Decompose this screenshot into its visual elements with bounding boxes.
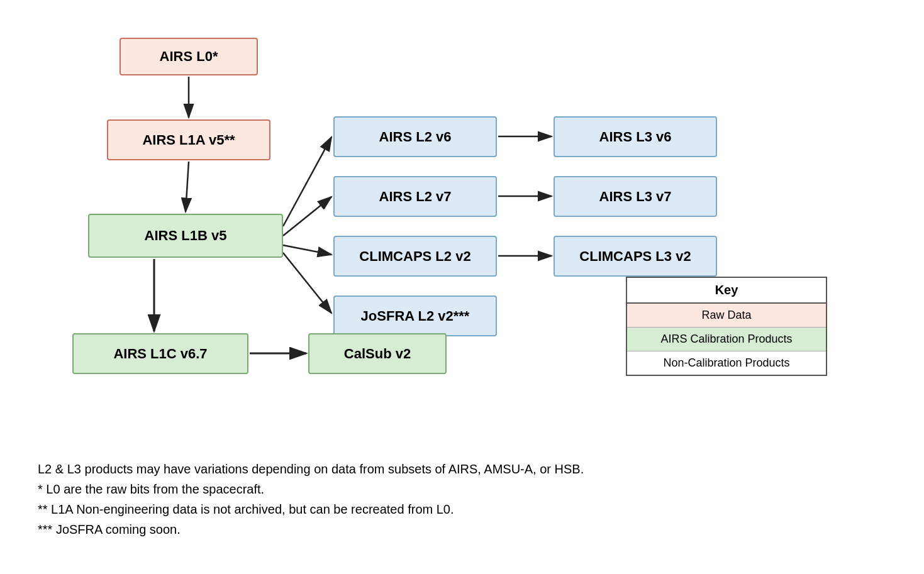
svg-line-4 xyxy=(283,137,331,226)
notes-area: L2 & L3 products may have variations dep… xyxy=(38,459,886,539)
node-l3v6: AIRS L3 v6 xyxy=(554,116,717,157)
svg-line-6 xyxy=(283,245,331,255)
key-row-2: Non-Calibration Products xyxy=(627,351,826,375)
key-title: Key xyxy=(627,278,826,304)
svg-line-7 xyxy=(283,253,331,313)
node-l3v7: AIRS L3 v7 xyxy=(554,176,717,217)
note-line-1: * L0 are the raw bits from the spacecraf… xyxy=(38,479,886,499)
diagram-area: AIRS L0*AIRS L1A v5**AIRS L1B v5AIRS L1C… xyxy=(38,25,887,440)
node-climcapsl2: CLIMCAPS L2 v2 xyxy=(333,236,497,277)
node-l2v6: AIRS L2 v6 xyxy=(333,116,497,157)
node-calsub: CalSub v2 xyxy=(308,333,447,374)
note-line-3: *** JoSFRA coming soon. xyxy=(38,519,886,539)
node-l1c: AIRS L1C v6.7 xyxy=(72,333,248,374)
node-l1a: AIRS L1A v5** xyxy=(107,119,270,160)
key-row-1: AIRS Calibration Products xyxy=(627,328,826,351)
key-box: KeyRaw DataAIRS Calibration ProductsNon-… xyxy=(626,277,827,376)
svg-line-5 xyxy=(283,197,331,236)
node-climcapsl3: CLIMCAPS L3 v2 xyxy=(554,236,717,277)
note-line-0: L2 & L3 products may have variations dep… xyxy=(38,459,886,479)
key-row-0: Raw Data xyxy=(627,304,826,328)
node-josfral2: JoSFRA L2 v2*** xyxy=(333,295,497,336)
node-l1b: AIRS L1B v5 xyxy=(88,214,283,258)
node-l2v7: AIRS L2 v7 xyxy=(333,176,497,217)
note-line-2: ** L1A Non-engineering data is not archi… xyxy=(38,499,886,519)
node-l0: AIRS L0* xyxy=(120,38,258,75)
svg-line-2 xyxy=(186,162,189,212)
